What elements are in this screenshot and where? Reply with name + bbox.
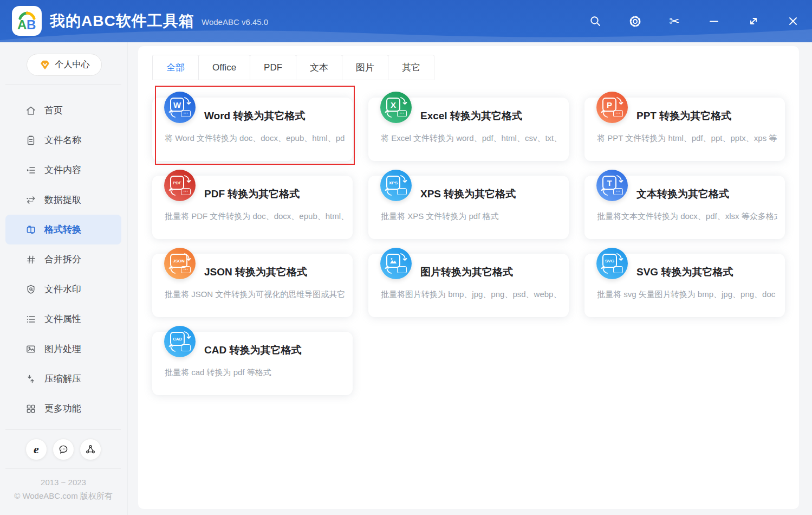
tool-card-excel-convert[interactable]: X Excel 转换为其它格式 将 Excel 文件转换为 word、pdf、h… [368, 98, 569, 161]
ppt-convert-icon: P [596, 92, 628, 123]
image-convert-icon [380, 248, 412, 279]
file-name-icon [25, 135, 36, 146]
card-title: Excel 转换为其它格式 [420, 109, 522, 123]
tab-text[interactable]: 文本 [296, 55, 342, 80]
sidebar: 个人中心 首页 文件名称 文件内容 数据提取 格式转换 合并拆分 文 [0, 42, 128, 515]
website-link-button[interactable]: e [25, 439, 47, 460]
search-button[interactable] [588, 14, 602, 28]
tool-card-json-convert[interactable]: JSON JSON 转换为其它格式 批量将 JSON 文件转换为可视化的思维导图… [152, 254, 353, 317]
convert-arrows-icon [164, 92, 196, 123]
category-tabs: 全部 Office PDF 文本 图片 其它 [138, 46, 799, 80]
close-button[interactable] [786, 14, 800, 28]
tool-card-ppt-convert[interactable]: P PPT 转换为其它格式 将 PPT 文件转换为 html、pdf、ppt、p… [584, 98, 785, 161]
maximize-button[interactable] [746, 14, 761, 28]
tool-card-pdf-convert[interactable]: PDF PDF 转换为其它格式 批量将 PDF 文件转换为 doc、docx、e… [152, 176, 353, 239]
card-description: 将 PPT 文件转换为 html、pdf、ppt、pptx、xps 等 [597, 133, 777, 144]
sidebar-item-file-watermark[interactable]: 文件水印 [5, 274, 121, 304]
card-title: Word 转换为其它格式 [204, 109, 305, 123]
convert-target-icon [181, 188, 191, 195]
watermark-shield-icon [25, 284, 36, 295]
tab-pdf[interactable]: PDF [250, 55, 296, 80]
share-button[interactable] [80, 439, 101, 460]
tab-all[interactable]: 全部 [152, 55, 199, 80]
sidebar-item-compress[interactable]: 压缩解压 [5, 364, 121, 394]
sidebar-item-label: 图片处理 [44, 343, 81, 355]
sidebar-item-merge-split[interactable]: 合并拆分 [5, 244, 121, 274]
card-title: CAD 转换为其它格式 [204, 343, 301, 357]
feedback-chat-button[interactable] [53, 439, 74, 460]
personal-center-button[interactable]: 个人中心 [27, 54, 102, 76]
tool-card-word-convert[interactable]: W Word 转换为其它格式 将 Word 文件转换为 doc、docx、epu… [152, 98, 353, 161]
data-extract-icon [25, 195, 36, 205]
tool-card-svg-convert[interactable]: SVG SVG 转换为其它格式 批量将 svg 矢量图片转换为 bmp、jpg、… [584, 254, 785, 317]
card-title: XPS 转换为其它格式 [420, 187, 516, 201]
tool-card-text-convert[interactable]: T 文本转换为其它格式 批量将文本文件转换为 docx、pdf、xlsx 等众多… [584, 176, 785, 239]
sidebar-item-label: 数据提取 [44, 194, 81, 206]
convert-arrows-icon [380, 170, 412, 201]
tab-office[interactable]: Office [198, 55, 250, 80]
tool-card-image-convert[interactable]: 图片转换为其它格式 批量将图片转换为 bmp、jpg、png、psd、webp、 [368, 254, 569, 317]
tool-card-xps-convert[interactable]: XPS XPS 转换为其它格式 批量将 XPS 文件转换为 pdf 格式 [368, 176, 569, 239]
close-icon [787, 15, 800, 28]
sidebar-item-format-convert[interactable]: 格式转换 [5, 215, 121, 244]
card-description: 批量将图片转换为 bmp、jpg、png、psd、webp、 [381, 289, 561, 300]
sidebar-item-label: 格式转换 [44, 223, 81, 236]
convert-arrows-icon [164, 326, 196, 357]
image-process-icon [25, 344, 36, 355]
settings-button[interactable] [628, 14, 642, 28]
card-description: 将 Word 文件转换为 doc、docx、epub、html、pd [165, 133, 345, 144]
card-description: 将 Excel 文件转换为 word、pdf、html、csv、txt、s [381, 133, 561, 144]
sidebar-item-data-extract[interactable]: 数据提取 [5, 185, 121, 215]
personal-center-label: 个人中心 [55, 59, 90, 70]
copyright-text: © WodeABC.com 版权所有 [0, 491, 127, 501]
sidebar-item-file-content[interactable]: 文件内容 [5, 155, 121, 185]
convert-arrows-icon [380, 92, 412, 123]
app-version: WodeABC v6.45.0 [202, 17, 268, 27]
merge-split-icon [25, 254, 36, 265]
sidebar-item-home[interactable]: 首页 [5, 95, 121, 125]
main-panel: 全部 Office PDF 文本 图片 其它 W Word 转换为其它格式 将 … [138, 46, 799, 509]
convert-arrows-icon [596, 248, 628, 279]
card-description: 批量将 PDF 文件转换为 doc、docx、epub、html、 [165, 211, 345, 222]
sidebar-item-image-process[interactable]: 图片处理 [5, 334, 121, 364]
search-icon [589, 15, 602, 28]
sidebar-item-more-features[interactable]: 更多功能 [5, 394, 121, 423]
card-description: 批量将 XPS 文件转换为 pdf 格式 [381, 211, 561, 222]
card-title: PDF 转换为其它格式 [204, 187, 300, 201]
sidebar-item-file-attributes[interactable]: 文件属性 [5, 304, 121, 334]
minimize-button[interactable] [707, 14, 721, 28]
sidebar-footer: e 2013 ~ 2023 © WodeABC.com 版权所有 [0, 423, 127, 515]
more-grid-icon [25, 403, 36, 414]
svg-text:A: A [17, 17, 27, 32]
home-icon [25, 105, 36, 116]
convert-target-icon [397, 266, 407, 273]
convert-target-icon [613, 188, 623, 195]
pdf-convert-icon: PDF [164, 170, 196, 201]
compress-icon [25, 374, 36, 384]
screenshot-button[interactable]: ✂ [667, 14, 681, 28]
card-description: 批量将 cad 转换为 pdf 等格式 [165, 368, 345, 378]
convert-target-icon [181, 266, 191, 273]
convert-target-icon [397, 188, 407, 195]
scissors-icon: ✂ [669, 15, 679, 28]
card-description: 批量将 svg 矢量图片转换为 bmp、jpg、png、doc [597, 289, 777, 300]
card-description: 批量将文本文件转换为 docx、pdf、xlsx 等众多格式 [597, 211, 777, 222]
ie-browser-icon: e [34, 443, 39, 455]
tab-image[interactable]: 图片 [342, 55, 388, 80]
card-title: 图片转换为其它格式 [420, 265, 513, 279]
convert-arrows-icon [164, 170, 196, 201]
convert-target-icon [181, 110, 191, 117]
json-convert-icon: JSON [164, 248, 196, 279]
convert-arrows-icon [164, 248, 196, 279]
card-title: SVG 转换为其它格式 [636, 265, 733, 279]
card-title: PPT 转换为其它格式 [636, 109, 731, 123]
titlebar: A B 我的ABC软件工具箱 WodeABC v6.45.0 ✂ [0, 0, 812, 42]
convert-arrows-icon [596, 170, 628, 201]
excel-convert-icon: X [380, 92, 412, 123]
sidebar-divider [5, 468, 121, 469]
tab-other[interactable]: 其它 [388, 55, 434, 80]
main-content: 全部 Office PDF 文本 图片 其它 W Word 转换为其它格式 将 … [128, 42, 812, 515]
tool-card-cad-convert[interactable]: CAD CAD 转换为其它格式 批量将 cad 转换为 pdf 等格式 [152, 332, 353, 395]
word-convert-icon: W [164, 92, 196, 123]
sidebar-item-file-name[interactable]: 文件名称 [5, 125, 121, 155]
